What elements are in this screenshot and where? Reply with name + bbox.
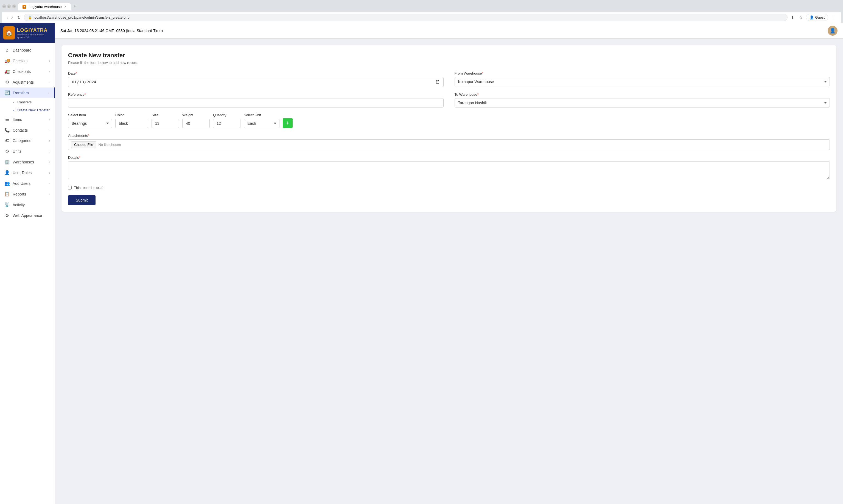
- reference-group: Reference*: [68, 92, 444, 108]
- quantity-input[interactable]: [213, 119, 240, 128]
- date-label: Date*: [68, 71, 444, 75]
- logo-icon: 🏠: [3, 26, 15, 39]
- from-warehouse-group: From Warehouse* Kolhapur WarehouseMumbai…: [454, 71, 830, 87]
- required-star: *: [85, 92, 86, 96]
- sidebar-label-checkouts: Checkouts: [13, 69, 31, 74]
- maximize-button[interactable]: □: [7, 4, 11, 8]
- weight-group: Weight: [182, 113, 210, 128]
- add-users-icon: 👥: [4, 181, 10, 186]
- sidebar-label-add-users: Add Users: [13, 181, 31, 186]
- back-button[interactable]: ‹: [5, 15, 9, 21]
- draft-row: This record is draft: [68, 186, 830, 190]
- sidebar-item-transfers[interactable]: 🔄 Transfers ›: [0, 88, 55, 98]
- size-input[interactable]: [152, 119, 179, 128]
- sidebar-item-categories[interactable]: 🏷 Categories ›: [0, 136, 55, 146]
- window-controls: — □ ✕: [2, 4, 16, 8]
- date-group: Date*: [68, 71, 444, 87]
- sidebar-label-categories: Categories: [13, 139, 31, 143]
- size-label: Size: [152, 113, 179, 117]
- sidebar-item-reports[interactable]: 📋 Reports ›: [0, 188, 55, 199]
- checkouts-icon: 🚛: [4, 69, 10, 74]
- chevron-down-icon: ›: [49, 129, 50, 132]
- transfers-submenu: ● Transfers ● Create New Transfer: [0, 98, 55, 114]
- sidebar-item-activity[interactable]: 📡 Activity: [0, 199, 55, 210]
- sidebar-item-units[interactable]: ⚙ Units ›: [0, 146, 55, 157]
- details-textarea[interactable]: [68, 161, 830, 179]
- nav-arrows: ‹ ›: [5, 15, 14, 21]
- new-tab-button[interactable]: +: [71, 2, 79, 11]
- chevron-down-icon: ›: [49, 70, 50, 73]
- active-tab[interactable]: 🏠 Logiyatra warehouse ✕: [18, 3, 71, 11]
- sidebar-label-web-appearance: Web Appearance: [13, 213, 42, 218]
- sidebar-sublabel-create-transfer: Create New Transfer: [17, 108, 50, 112]
- required-star: *: [79, 156, 81, 160]
- file-input-wrapper: Choose File No file chosen: [68, 139, 830, 150]
- color-group: Color: [115, 113, 148, 128]
- details-group: Details*: [68, 156, 830, 180]
- sidebar-item-add-users[interactable]: 👥 Add Users ›: [0, 178, 55, 188]
- reference-input[interactable]: [68, 98, 444, 108]
- user-roles-icon: 👤: [4, 170, 10, 175]
- add-item-button[interactable]: +: [283, 118, 293, 128]
- required-star: *: [482, 71, 483, 75]
- lock-icon: 🔒: [28, 16, 32, 19]
- size-group: Size: [152, 113, 179, 128]
- sidebar-label-dashboard: Dashboard: [13, 48, 32, 52]
- sidebar-subitem-create-transfer[interactable]: ● Create New Transfer: [9, 106, 55, 114]
- required-star: *: [88, 133, 89, 138]
- sidebar-item-contacts[interactable]: 📞 Contacts ›: [0, 125, 55, 136]
- logo-text: LOGIYATRA warehouse management system 2.…: [17, 28, 51, 39]
- sidebar-label-checkins: Checkins: [13, 59, 29, 63]
- sidebar-label-reports: Reports: [13, 192, 26, 196]
- browser-chrome: — □ ✕ 🏠 Logiyatra warehouse ✕ + ‹ › ↻ 🔒 …: [0, 0, 843, 23]
- forward-button[interactable]: ›: [10, 15, 14, 21]
- main-content: Create New transfer Please fill the form…: [55, 39, 843, 504]
- sidebar-item-warehouses[interactable]: 🏢 Warehouses ›: [0, 157, 55, 167]
- sidebar-item-checkouts[interactable]: 🚛 Checkouts ›: [0, 66, 55, 77]
- tab-close-button[interactable]: ✕: [64, 5, 66, 8]
- close-button[interactable]: ✕: [12, 4, 16, 8]
- sidebar-subitem-transfers[interactable]: ● Transfers: [9, 98, 55, 106]
- browser-menu-button[interactable]: ⋮: [830, 14, 838, 21]
- draft-label: This record is draft: [74, 186, 103, 190]
- to-warehouse-select[interactable]: Tarangan NashikMumbai WarehousePune Ware…: [454, 98, 830, 108]
- guest-button[interactable]: 👤 Guest: [806, 14, 828, 21]
- from-warehouse-select[interactable]: Kolhapur WarehouseMumbai WarehousePune W…: [454, 77, 830, 86]
- select-item-select[interactable]: Bearings Bolts Nuts: [68, 119, 112, 128]
- sidebar-item-dashboard[interactable]: ⌂ Dashboard: [0, 45, 55, 55]
- to-warehouse-group: To Warehouse* Tarangan NashikMumbai Ware…: [454, 92, 830, 108]
- sidebar-item-user-roles[interactable]: 👤 User Roles ›: [0, 167, 55, 178]
- bookmark-button[interactable]: ☆: [798, 14, 804, 21]
- tab-bar: 🏠 Logiyatra warehouse ✕ +: [18, 2, 79, 11]
- select-unit-label: Select Unit: [244, 113, 279, 117]
- sidebar-label-activity: Activity: [13, 203, 25, 207]
- guest-icon: 👤: [809, 15, 814, 19]
- sidebar-item-web-appearance[interactable]: ⚙ Web Appearance: [0, 210, 55, 221]
- chevron-down-icon: ›: [48, 91, 49, 95]
- sidebar-item-checkins[interactable]: 🚚 Checkins ›: [0, 55, 55, 66]
- sidebar-item-items[interactable]: ☰ Items ›: [0, 114, 55, 125]
- color-label: Color: [115, 113, 148, 117]
- select-item-group: Select Item Bearings Bolts Nuts: [68, 113, 112, 128]
- date-input[interactable]: [68, 77, 444, 87]
- minimize-button[interactable]: —: [2, 4, 6, 8]
- draft-checkbox[interactable]: [68, 186, 72, 190]
- units-icon: ⚙: [4, 149, 10, 154]
- attachments-group: Attachments* Choose File No file chosen: [68, 133, 830, 150]
- url-bar[interactable]: 🔒 localhost/warehouse_pro1/panel/admin/t…: [24, 14, 788, 21]
- download-button[interactable]: ⬇: [790, 14, 795, 21]
- attachments-label: Attachments*: [68, 133, 830, 138]
- avatar[interactable]: 👤: [828, 26, 838, 36]
- transfers-icon: 🔄: [4, 90, 10, 95]
- page-title: Create New transfer: [68, 52, 830, 59]
- color-input[interactable]: [115, 119, 148, 128]
- select-unit-select[interactable]: Each Box Kg: [244, 119, 279, 128]
- weight-input[interactable]: [182, 119, 210, 128]
- submit-button[interactable]: Submit: [68, 195, 96, 205]
- refresh-button[interactable]: ↻: [16, 15, 22, 20]
- checkins-icon: 🚚: [4, 58, 10, 64]
- weight-label: Weight: [182, 113, 210, 117]
- choose-file-button[interactable]: Choose File: [71, 141, 96, 148]
- sidebar-label-transfers: Transfers: [13, 91, 29, 95]
- sidebar-item-adjustments[interactable]: ⚙ Adjustments ›: [0, 77, 55, 88]
